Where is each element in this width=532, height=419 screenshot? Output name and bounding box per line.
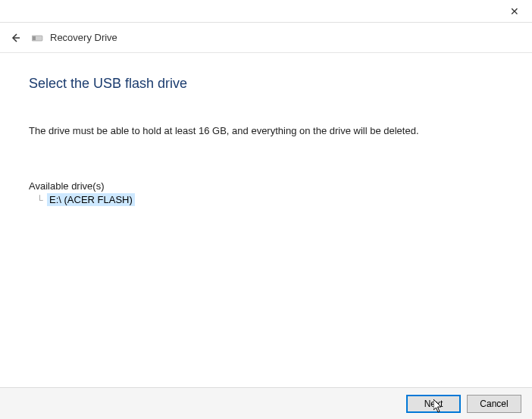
drives-section: Available drive(s) └ E:\ (ACER FLASH) bbox=[29, 180, 503, 206]
next-button-label: Next bbox=[424, 399, 443, 409]
next-button[interactable]: Next bbox=[406, 395, 461, 413]
close-icon: ✕ bbox=[510, 5, 519, 17]
cancel-button-label: Cancel bbox=[480, 399, 508, 409]
close-button[interactable]: ✕ bbox=[497, 0, 532, 23]
titlebar: ✕ bbox=[0, 0, 532, 23]
header-title: Recovery Drive bbox=[50, 32, 117, 43]
page-description: The drive must be able to hold at least … bbox=[29, 125, 503, 136]
drive-label: E:\ (ACER FLASH) bbox=[47, 193, 135, 206]
footer: Next Cancel bbox=[0, 387, 532, 419]
cancel-button[interactable]: Cancel bbox=[467, 395, 521, 413]
page-title: Select the USB flash drive bbox=[29, 76, 503, 92]
svg-rect-2 bbox=[33, 36, 36, 40]
back-arrow-icon bbox=[9, 32, 21, 44]
content-area: Select the USB flash drive The drive mus… bbox=[0, 53, 532, 206]
drive-list: └ E:\ (ACER FLASH) bbox=[36, 193, 503, 206]
back-button[interactable] bbox=[5, 27, 26, 48]
drive-item[interactable]: └ E:\ (ACER FLASH) bbox=[36, 193, 503, 206]
header: Recovery Drive bbox=[0, 23, 532, 53]
drive-icon bbox=[32, 33, 44, 42]
tree-connector-icon: └ bbox=[36, 195, 45, 205]
drives-section-label: Available drive(s) bbox=[29, 180, 503, 192]
